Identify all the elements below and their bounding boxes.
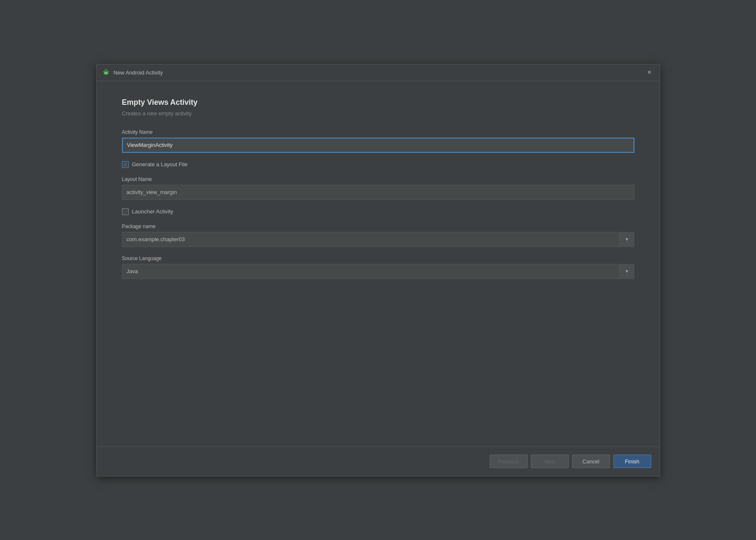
package-name-dropdown[interactable]: com.example.chapter03 [122,232,634,247]
activity-name-label: Activity Name [122,129,634,135]
svg-rect-4 [104,72,107,74]
svg-point-0 [105,70,105,71]
layout-name-label: Layout Name [122,176,634,182]
launcher-activity-row: Launcher Activity [122,208,634,215]
previous-button[interactable]: Previous [490,455,528,468]
layout-name-input[interactable]: activity_view_margin [122,185,634,200]
dialog-window: New Android Activity × Empty Views Activ… [96,64,660,476]
source-language-dropdown-wrapper: Java ▼ [122,264,634,279]
close-button[interactable]: × [645,67,655,77]
package-name-dropdown-wrapper: com.example.chapter03 ▼ [122,232,634,247]
source-language-group: Source Language Java ▼ [122,255,634,279]
dialog-footer: Previous Next Cancel Finish [97,447,660,476]
svg-point-1 [106,70,107,71]
window-title: New Android Activity [114,69,645,76]
cancel-button[interactable]: Cancel [572,455,610,468]
finish-button[interactable]: Finish [613,455,651,468]
android-icon [102,68,110,77]
checkmark-icon: ✓ [123,162,127,167]
svg-rect-5 [105,73,106,74]
dialog-content: Empty Views Activity Creates a new empty… [97,81,660,447]
source-language-dropdown[interactable]: Java [122,264,634,279]
package-name-label: Package name [122,223,634,229]
chevron-down-icon: ▼ [625,237,629,242]
title-bar: New Android Activity × [97,64,660,81]
svg-rect-6 [106,73,107,74]
chevron-down-icon-2: ▼ [625,269,629,274]
source-language-arrow[interactable]: ▼ [619,264,634,279]
source-language-label: Source Language [122,255,634,261]
package-name-arrow[interactable]: ▼ [619,232,634,247]
activity-title: Empty Views Activity [122,98,634,107]
activity-name-input[interactable] [122,138,634,153]
generate-layout-row: ✓ Generate a Layout File [122,161,634,168]
layout-name-group: Layout Name activity_view_margin [122,176,634,200]
launcher-activity-checkbox[interactable] [122,208,129,215]
launcher-activity-label[interactable]: Launcher Activity [132,208,173,215]
package-name-group: Package name com.example.chapter03 ▼ [122,223,634,247]
package-name-value: com.example.chapter03 [127,236,185,242]
generate-layout-checkbox[interactable]: ✓ [122,161,129,168]
activity-subtitle: Creates a new empty activity [122,110,634,117]
generate-layout-label[interactable]: Generate a Layout File [132,161,188,168]
layout-name-value: activity_view_margin [127,189,177,195]
next-button[interactable]: Next [531,455,569,468]
source-language-value: Java [127,268,138,274]
activity-name-group: Activity Name [122,129,634,153]
